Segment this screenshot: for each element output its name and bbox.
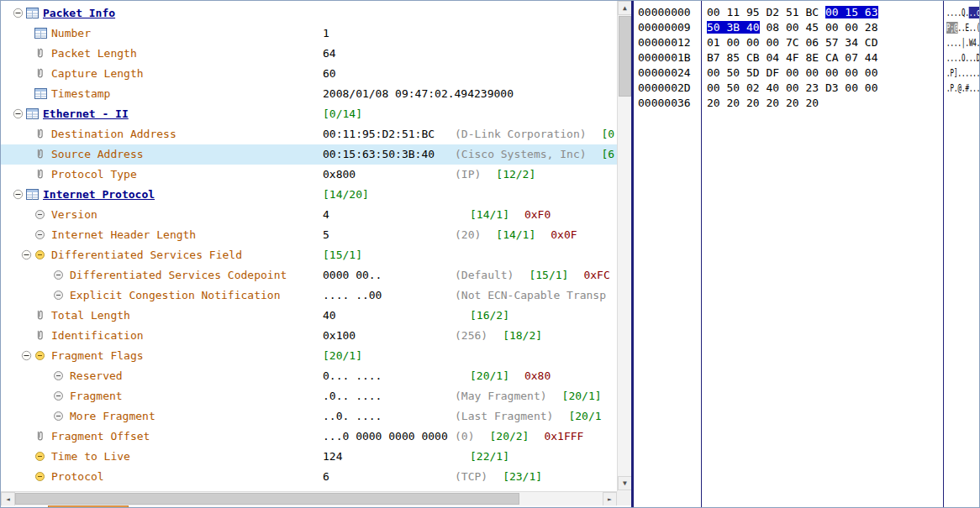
field-label: More Fragment: [70, 410, 155, 422]
selected-ascii[interactable]: P;@: [946, 22, 957, 34]
tree-row[interactable]: Protocol Type0x800(IP)[12/2]: [1, 165, 617, 185]
tree-row[interactable]: Destination Address00:11:95:D2:51:BC(D-L…: [1, 124, 617, 144]
tree-row-label-area: Source Address: [1, 144, 144, 165]
tree-row-values: [14/20]: [323, 185, 369, 205]
horizontal-scroll-thumb[interactable]: [15, 493, 519, 505]
field-note: (May Fragment): [455, 386, 547, 406]
field-label: Fragment: [70, 390, 123, 402]
tree-row[interactable]: Differentiated Services Codepoint0000 00…: [1, 265, 617, 285]
hex-offset[interactable]: 00000036: [638, 96, 691, 111]
hex-row[interactable]: 0000000000 11 95 D2 51 BC 00 15 63....Q.…: [634, 5, 979, 20]
tree-row[interactable]: Version4[14/1]0xF0: [1, 205, 617, 225]
ascii-text[interactable]: .P]......: [946, 65, 980, 81]
tree-horizontal-scrollbar[interactable]: ◄ ►: [1, 491, 617, 505]
hex-bytes[interactable]: 01 00 00 00 7C 06 57 34 CD: [707, 35, 878, 50]
tree-row-values: 00:15:63:50:3B:40(Cisco Systems, Inc)[6: [323, 144, 614, 165]
tree-row[interactable]: Fragment Flags[20/1]: [1, 346, 617, 366]
tree-row-values: ...0 0000 0000 0000(0)[20/2]0x1FFF: [323, 427, 583, 447]
ascii-text[interactable]: .P.@.#...: [946, 81, 980, 96]
ascii-text[interactable]: ....|.W4.: [946, 35, 980, 50]
ascii-text[interactable]: ....Q...c: [946, 5, 980, 20]
tree-row[interactable]: More Fragment..0. ....(Last Fragment)[20…: [1, 406, 617, 427]
hex-row[interactable]: 0000001201 00 00 00 7C 06 57 34 CD....|.…: [634, 35, 979, 50]
tree-row[interactable]: Reserved0... ....[20/1]0x80: [1, 366, 617, 386]
selected-bytes[interactable]: 00 15 63: [825, 6, 878, 18]
tree-row[interactable]: Total Length40[16/2]: [1, 306, 617, 326]
field-label: Version: [51, 208, 97, 221]
field-range: [23/1]: [503, 467, 542, 487]
ascii-text[interactable]: P;@..E..(: [946, 20, 980, 35]
sheet-icon: [34, 24, 49, 44]
scroll-up-button[interactable]: ▲: [618, 1, 632, 15]
hex-bytes[interactable]: 00 50 02 40 00 23 D3 00 00: [707, 81, 878, 96]
tree-row[interactable]: Fragment Offset...0 0000 0000 0000(0)[20…: [1, 427, 617, 447]
tree-row[interactable]: Protocol6(TCP)[23/1]: [1, 467, 617, 487]
tree-row[interactable]: Differentiated Services Field[15/1]: [1, 245, 617, 265]
hex-offset[interactable]: 00000024: [638, 65, 691, 81]
tree-row-values: 2008/01/08 09:47:02.494239000: [323, 84, 514, 104]
tree-row[interactable]: Timestamp2008/01/08 09:47:02.494239000: [1, 84, 617, 104]
paperclip-icon: [34, 44, 49, 64]
tree-row-values: 0000 00..(Default)[15/1]0xFC: [323, 265, 610, 285]
ascii-text[interactable]: [946, 96, 969, 111]
selected-bytes[interactable]: 50 3B 40: [707, 21, 760, 34]
section-label: Ethernet - II: [43, 107, 129, 120]
tree-row-label-area: Internet Header Length: [1, 225, 196, 245]
hex-bytes[interactable]: 00 11 95 D2 51 BC 00 15 63: [707, 5, 878, 20]
field-mask: 0x0F: [551, 225, 577, 245]
hex-bytes[interactable]: 00 50 5D DF 00 00 00 00 00: [707, 65, 878, 81]
tree-row[interactable]: Packet Length64: [1, 44, 617, 64]
hex-row[interactable]: 0000003620 20 20 20 20 20: [634, 96, 979, 111]
tree-row[interactable]: Internet Protocol[14/20]: [1, 185, 617, 205]
hex-bytes[interactable]: 20 20 20 20 20 20: [707, 96, 819, 111]
tree-row-values: 60: [323, 64, 455, 84]
collapse-icon[interactable]: [21, 346, 34, 366]
hex-offset[interactable]: 00000012: [638, 35, 691, 50]
selected-ascii[interactable]: ..c: [969, 7, 980, 18]
tree-row[interactable]: Explicit Congestion Notification.... ..0…: [1, 285, 617, 306]
tree-row[interactable]: Packet Info: [1, 3, 617, 24]
tree-row[interactable]: Ethernet - II[0/14]: [1, 104, 617, 124]
tree-row-values: 0... ....[20/1]0x80: [323, 366, 551, 386]
hex-offset[interactable]: 0000001B: [638, 50, 691, 65]
tree-vertical-scrollbar[interactable]: ▲ ▼: [617, 1, 631, 491]
hex-offset[interactable]: 00000009: [638, 20, 691, 35]
hex-offset[interactable]: 0000002D: [638, 81, 691, 96]
tree-row[interactable]: Fragment.0.. ....(May Fragment)[20/1]: [1, 386, 617, 406]
tree-row-label-area: Packet Length: [1, 44, 137, 64]
ascii-text[interactable]: ....O...D: [946, 50, 980, 65]
collapse-icon[interactable]: [21, 245, 34, 265]
scroll-left-button[interactable]: ◄: [1, 492, 15, 506]
tree-row[interactable]: Capture Length60: [1, 64, 617, 84]
tree-row-label-area: Fragment: [1, 386, 123, 406]
collapse-icon[interactable]: [13, 185, 26, 205]
scroll-right-button[interactable]: ►: [603, 492, 617, 506]
tree-row-label-area: Destination Address: [1, 124, 177, 144]
sheet-icon: [34, 84, 49, 104]
field-label: Protocol: [51, 470, 104, 483]
tree-row[interactable]: Internet Header Length5(20)[14/1]0x0F: [1, 225, 617, 245]
hex-bytes[interactable]: 50 3B 40 08 00 45 00 00 28: [707, 20, 878, 35]
field-note: (20): [455, 225, 481, 245]
collapse-icon[interactable]: [13, 3, 26, 24]
vertical-scroll-thumb[interactable]: [619, 16, 631, 97]
scrollbar-corner: [617, 491, 631, 505]
bullet-yellow-icon: [34, 346, 49, 366]
hex-row[interactable]: 0000002400 50 5D DF 00 00 00 00 00.P]...…: [634, 65, 979, 81]
field-value: .0.. ....: [323, 386, 455, 406]
hex-row[interactable]: 0000001BB7 85 CB 04 4F 8E CA 07 44....O.…: [634, 50, 979, 65]
field-value: 0... ....: [323, 366, 455, 386]
field-range: [14/20]: [323, 185, 369, 205]
field-value: 00:11:95:D2:51:BC: [323, 124, 455, 144]
decode-tree: Packet InfoNumber1Packet Length64Capture…: [1, 1, 617, 491]
tree-row[interactable]: Time to Live124[22/1]: [1, 447, 617, 467]
tree-row[interactable]: Number1: [1, 24, 617, 44]
hex-row[interactable]: 0000002D00 50 02 40 00 23 D3 00 00.P.@.#…: [634, 81, 979, 96]
hex-bytes[interactable]: B7 85 CB 04 4F 8E CA 07 44: [707, 50, 878, 65]
scroll-down-button[interactable]: ▼: [618, 476, 632, 490]
hex-row[interactable]: 0000000950 3B 40 08 00 45 00 00 28P;@..E…: [634, 20, 979, 35]
tree-row[interactable]: Source Address00:15:63:50:3B:40(Cisco Sy…: [1, 144, 617, 165]
hex-offset[interactable]: 00000000: [638, 5, 691, 20]
tree-row[interactable]: Identification0x100(256)[18/2]: [1, 326, 617, 346]
collapse-icon[interactable]: [13, 104, 26, 124]
